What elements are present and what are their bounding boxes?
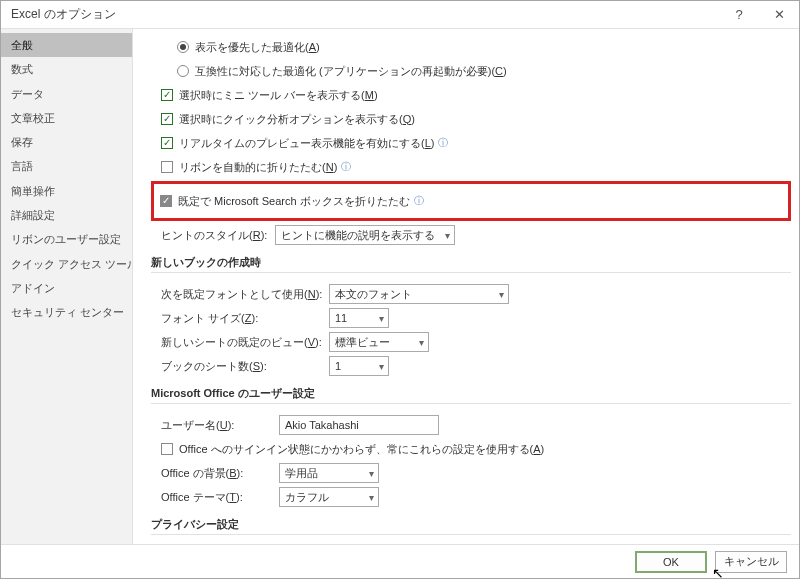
sidebar-item-trust[interactable]: セキュリティ センター — [1, 300, 132, 324]
main-panel[interactable]: 表示を優先した最適化(A) 互換性に対応した最適化 (アプリケーションの再起動が… — [133, 29, 799, 544]
sidebar-item-proofing[interactable]: 文章校正 — [1, 106, 132, 130]
footer: OK キャンセル — [1, 544, 799, 578]
section-newbook: 新しいブックの作成時 — [151, 255, 791, 276]
highlight-search-collapse: 既定で Microsoft Search ボックスを折りたたむ ⓘ — [151, 181, 791, 221]
select-default-view[interactable]: 標準ビュー — [329, 332, 429, 352]
checkbox-icon — [161, 443, 173, 455]
row-sheet-count: ブックのシート数(S): 1 — [151, 356, 791, 376]
sidebar-item-save[interactable]: 保存 — [1, 130, 132, 154]
row-default-view: 新しいシートの既定のビュー(V): 標準ビュー — [151, 332, 791, 352]
select-office-background[interactable]: 学用品 — [279, 463, 379, 483]
cancel-button[interactable]: キャンセル — [715, 551, 787, 573]
check-collapse-search[interactable]: 既定で Microsoft Search ボックスを折りたたむ ⓘ — [160, 191, 782, 211]
select-default-font[interactable]: 本文のフォント — [329, 284, 509, 304]
check-realtime-preview[interactable]: リアルタイムのプレビュー表示機能を有効にする(L) ⓘ — [151, 133, 791, 153]
sidebar-item-general[interactable]: 全般 — [1, 33, 132, 57]
titlebar: Excel のオプション ? ✕ — [1, 1, 799, 29]
checkbox-icon — [161, 113, 173, 125]
select-font-size[interactable]: 11 — [329, 308, 389, 328]
radio-display-priority[interactable]: 表示を優先した最適化(A) — [151, 37, 791, 57]
info-icon: ⓘ — [414, 194, 424, 208]
row-office-theme: Office テーマ(T): カラフル — [151, 487, 791, 507]
help-button[interactable]: ? — [719, 1, 759, 29]
info-icon: ⓘ — [341, 160, 351, 174]
sidebar-item-ribbon[interactable]: リボンのユーザー設定 — [1, 227, 132, 251]
radio-compat-priority[interactable]: 互換性に対応した最適化 (アプリケーションの再起動が必要)(C) — [151, 61, 791, 81]
row-font-size: フォント サイズ(Z): 11 — [151, 308, 791, 328]
select-office-theme[interactable]: カラフル — [279, 487, 379, 507]
row-default-font: 次を既定フォントとして使用(N): 本文のフォント — [151, 284, 791, 304]
row-username: ユーザー名(U): Akio Takahashi — [151, 415, 791, 435]
row-hint-style: ヒントのスタイル(R): ヒントに機能の説明を表示する — [151, 225, 791, 245]
checkbox-icon — [161, 137, 173, 149]
input-username[interactable]: Akio Takahashi — [279, 415, 439, 435]
sidebar-item-formulas[interactable]: 数式 — [1, 57, 132, 81]
spinner-sheet-count[interactable]: 1 — [329, 356, 389, 376]
section-office-user: Microsoft Office のユーザー設定 — [151, 386, 791, 407]
sidebar-item-ease[interactable]: 簡単操作 — [1, 179, 132, 203]
sidebar-item-data[interactable]: データ — [1, 82, 132, 106]
sidebar-item-qat[interactable]: クイック アクセス ツール バー — [1, 252, 132, 276]
check-mini-toolbar[interactable]: 選択時にミニ ツール バーを表示する(M) — [151, 85, 791, 105]
checkbox-icon — [160, 195, 172, 207]
info-icon: ⓘ — [438, 136, 448, 150]
section-privacy: プライバシー設定 — [151, 517, 791, 538]
sidebar-item-language[interactable]: 言語 — [1, 154, 132, 178]
options-window: Excel のオプション ? ✕ 全般 数式 データ 文章校正 保存 言語 簡単… — [0, 0, 800, 579]
ok-button[interactable]: OK — [635, 551, 707, 573]
sidebar-item-advanced[interactable]: 詳細設定 — [1, 203, 132, 227]
check-quick-analysis[interactable]: 選択時にクイック分析オプションを表示する(Q) — [151, 109, 791, 129]
radio-icon — [177, 65, 189, 77]
close-button[interactable]: ✕ — [759, 1, 799, 29]
window-title: Excel のオプション — [11, 6, 719, 23]
checkbox-icon — [161, 89, 173, 101]
check-auto-collapse-ribbon[interactable]: リボンを自動的に折りたたむ(N) ⓘ — [151, 157, 791, 177]
window-body: 全般 数式 データ 文章校正 保存 言語 簡単操作 詳細設定 リボンのユーザー設… — [1, 29, 799, 544]
check-always-use-settings[interactable]: Office へのサインイン状態にかかわらず、常にこれらの設定を使用する(A) — [151, 439, 791, 459]
sidebar: 全般 数式 データ 文章校正 保存 言語 簡単操作 詳細設定 リボンのユーザー設… — [1, 29, 133, 544]
sidebar-item-addins[interactable]: アドイン — [1, 276, 132, 300]
radio-icon — [177, 41, 189, 53]
checkbox-icon — [161, 161, 173, 173]
select-hint-style[interactable]: ヒントに機能の説明を表示する — [275, 225, 455, 245]
row-office-background: Office の背景(B): 学用品 — [151, 463, 791, 483]
